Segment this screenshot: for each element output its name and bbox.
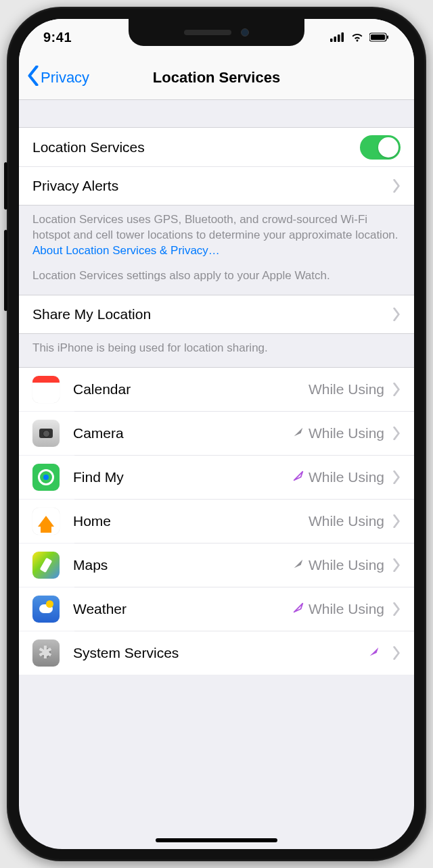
chevron-right-icon [392,308,401,321]
content: Location Services Privacy Alerts Locatio… [19,100,414,675]
chevron-right-icon [392,514,401,528]
chevron-left-icon [27,66,39,90]
privacy-alerts-row[interactable]: Privacy Alerts [19,166,414,206]
page-title: Location Services [153,69,280,87]
camera-app-icon [32,420,60,447]
privacy-alerts-label: Privacy Alerts [32,178,384,194]
location-arrow-icon [292,557,304,573]
location-services-toggle-row[interactable]: Location Services [19,127,414,166]
app-row-home[interactable]: HomeWhile Using [19,500,414,543]
app-row-weather[interactable]: WeatherWhile Using [19,587,414,631]
maps-app-icon [32,552,60,579]
app-permission: While Using [292,469,384,485]
app-permission: While Using [292,601,384,617]
home-app-icon [32,508,60,535]
share-location-label: Share My Location [32,306,384,322]
chevron-right-icon [392,558,401,572]
app-row-findmy[interactable]: Find MyWhile Using [19,456,414,499]
findmy-app-icon [32,464,60,491]
home-indicator[interactable] [156,838,277,842]
chevron-right-icon [392,471,401,484]
app-name: Find My [73,469,292,485]
wifi-icon [350,32,364,42]
status-icons [330,32,390,42]
weather-app-icon [32,596,60,623]
app-permission: While Using [292,425,384,441]
status-time: 9:41 [43,30,72,45]
share-location-footer: This iPhone is being used for location s… [19,334,414,367]
app-permission [368,645,384,661]
svg-rect-2 [338,34,340,42]
svg-rect-1 [334,37,337,42]
app-row-maps[interactable]: MapsWhile Using [19,544,414,587]
battery-icon [369,32,390,42]
system-app-icon [32,640,60,667]
app-name: Maps [73,557,292,573]
chevron-right-icon [392,427,401,440]
calendar-app-icon [32,376,60,403]
location-services-description: Location Services uses GPS, Bluetooth, a… [19,206,414,295]
chevron-right-icon [392,383,401,396]
back-button[interactable]: Privacy [27,66,89,90]
apps-list: CalendarWhile UsingCameraWhile UsingFind… [19,367,414,675]
app-name: Calendar [73,381,309,397]
chevron-right-icon [392,602,401,616]
app-name: System Services [73,645,368,661]
chevron-right-icon [392,179,401,193]
app-name: Weather [73,601,292,617]
toggle-label: Location Services [32,139,360,155]
back-label: Privacy [41,69,89,87]
location-services-toggle[interactable] [360,135,401,160]
svg-rect-5 [371,34,385,40]
app-permission: While Using [292,557,384,573]
app-row-calendar[interactable]: CalendarWhile Using [19,368,414,411]
app-permission: While Using [309,381,384,397]
about-privacy-link[interactable]: About Location Services & Privacy… [32,244,220,257]
chevron-right-icon [392,646,401,660]
device-notch [129,19,304,46]
location-arrow-icon [368,645,380,661]
share-my-location-row[interactable]: Share My Location [19,295,414,334]
location-arrow-icon [292,425,304,441]
nav-bar: Privacy Location Services [19,55,414,100]
app-name: Home [73,513,309,529]
app-row-camera[interactable]: CameraWhile Using [19,412,414,455]
app-row-system[interactable]: System Services [19,631,414,675]
location-arrow-icon [292,469,304,485]
svg-rect-3 [342,32,344,42]
location-arrow-icon [292,601,304,617]
svg-rect-6 [387,36,388,39]
cellular-icon [330,32,345,42]
app-name: Camera [73,425,292,441]
app-permission: While Using [309,513,384,529]
svg-rect-0 [330,39,333,42]
